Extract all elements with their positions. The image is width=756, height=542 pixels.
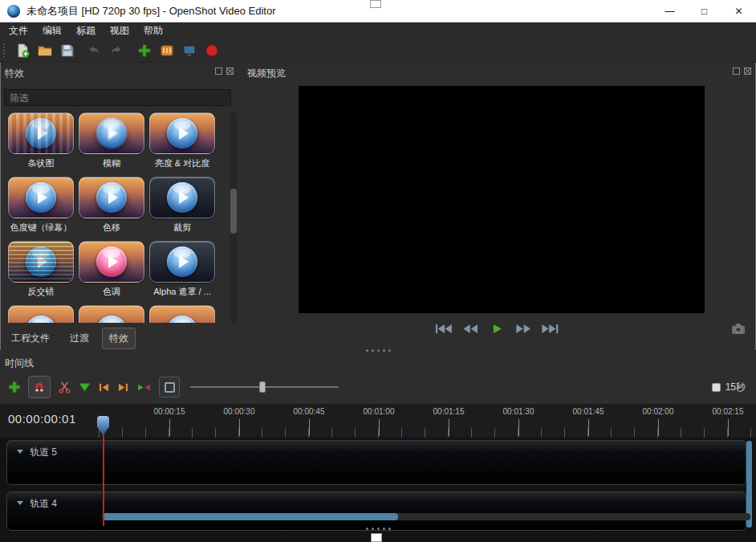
minimize-button[interactable]: — bbox=[652, 0, 687, 22]
track-row[interactable]: 轨道 4 bbox=[6, 491, 746, 531]
timeline-horizontal-scrollbar-thumb[interactable] bbox=[103, 513, 398, 520]
tab-project-files[interactable]: 工程文件 bbox=[4, 328, 57, 349]
track-row[interactable]: 轨道 5 bbox=[6, 440, 746, 485]
add-track-icon bbox=[8, 381, 21, 393]
effects-filter-input[interactable] bbox=[4, 89, 231, 106]
main-toolbar bbox=[0, 39, 756, 63]
redo-button[interactable] bbox=[106, 40, 127, 61]
snapping-toggle[interactable] bbox=[28, 376, 51, 398]
openshot-logo-icon bbox=[7, 5, 20, 18]
center-playhead-button[interactable] bbox=[136, 382, 152, 393]
effect-item-partial[interactable] bbox=[76, 305, 147, 323]
menu-file[interactable]: 文件 bbox=[2, 22, 35, 39]
play-orb-icon bbox=[167, 118, 197, 149]
track-label: 轨道 5 bbox=[30, 446, 57, 459]
tab-effects[interactable]: 特效 bbox=[102, 328, 136, 349]
effect-thumbnail bbox=[8, 305, 74, 323]
fast-forward-button[interactable] bbox=[513, 321, 534, 336]
menu-edit[interactable]: 编辑 bbox=[35, 22, 69, 39]
open-project-button[interactable] bbox=[35, 40, 55, 61]
choose-profile-button[interactable] bbox=[156, 40, 177, 61]
undock-panel-icon[interactable] bbox=[215, 67, 222, 75]
add-track-button[interactable] bbox=[8, 381, 21, 393]
zoom-scale-icon[interactable] bbox=[712, 383, 721, 392]
effects-panel-title: 特效 bbox=[5, 67, 24, 80]
effect-thumbnail bbox=[149, 305, 215, 323]
zoom-fit-icon bbox=[165, 382, 175, 393]
effect-name: 色调 bbox=[103, 286, 120, 298]
effect-thumbnail bbox=[79, 241, 144, 283]
ruler-mark: 00:00:45 bbox=[274, 407, 343, 416]
horizontal-splitter-handle[interactable] bbox=[0, 349, 756, 352]
ruler-mark: 00:00:15 bbox=[135, 407, 204, 416]
effects-grid: 条状图 模糊 亮度 & 对比度 色度键（绿幕） 色移 裁剪 bbox=[6, 112, 224, 323]
close-button[interactable]: ✕ bbox=[721, 0, 756, 22]
effect-item[interactable]: 裁剪 bbox=[147, 177, 217, 241]
undo-button[interactable] bbox=[83, 40, 104, 61]
menu-view[interactable]: 视图 bbox=[103, 22, 136, 39]
menu-title[interactable]: 标题 bbox=[69, 22, 103, 39]
camera-icon[interactable] bbox=[731, 323, 746, 335]
jump-end-button[interactable] bbox=[539, 321, 560, 336]
close-panel-icon[interactable] bbox=[744, 67, 751, 75]
new-project-button[interactable] bbox=[12, 40, 33, 61]
effect-name: 色移 bbox=[103, 222, 120, 234]
play-orb-icon bbox=[96, 182, 127, 213]
import-files-icon bbox=[137, 43, 152, 58]
next-marker-button[interactable] bbox=[117, 382, 129, 393]
export-video-button[interactable] bbox=[201, 40, 222, 61]
play-button[interactable] bbox=[486, 321, 507, 336]
effect-name: 反交错 bbox=[28, 286, 55, 298]
effect-name: 裁剪 bbox=[173, 222, 191, 234]
save-project-button[interactable] bbox=[57, 40, 78, 61]
play-orb-icon bbox=[167, 316, 197, 323]
effect-item[interactable]: 色度键（绿幕） bbox=[6, 177, 76, 241]
bottom-splitter-handle[interactable] bbox=[0, 528, 756, 530]
effect-item[interactable]: 模糊 bbox=[76, 112, 147, 177]
maximize-button[interactable]: □ bbox=[687, 0, 721, 22]
play-orb-icon bbox=[26, 247, 56, 277]
tab-transitions[interactable]: 过渡 bbox=[63, 328, 96, 349]
play-orb-icon bbox=[26, 316, 56, 323]
undock-panel-icon[interactable] bbox=[733, 67, 740, 75]
timeline-horizontal-scrollbar[interactable] bbox=[102, 513, 750, 520]
fullscreen-button[interactable] bbox=[179, 40, 200, 61]
menu-help[interactable]: 帮助 bbox=[136, 22, 170, 39]
track-collapse-icon[interactable] bbox=[17, 450, 23, 454]
effect-item[interactable]: 色调 bbox=[76, 241, 147, 305]
save-project-icon bbox=[60, 43, 75, 58]
close-panel-icon[interactable] bbox=[226, 67, 234, 75]
jump-start-button[interactable] bbox=[433, 321, 454, 336]
effect-item[interactable]: 条状图 bbox=[6, 112, 76, 177]
timeline-ruler[interactable]: 00:00:00:01 00:00:15 00:00:30 00:00:45 0… bbox=[0, 404, 756, 438]
zoom-slider[interactable] bbox=[190, 379, 339, 395]
razor-button[interactable] bbox=[58, 381, 71, 394]
effect-thumbnail bbox=[79, 305, 144, 323]
jump-start-icon bbox=[435, 324, 453, 334]
redo-icon bbox=[109, 43, 124, 58]
toolbar-handle[interactable] bbox=[3, 43, 8, 58]
zoom-slider-thumb[interactable] bbox=[259, 381, 266, 393]
menubar: 文件 编辑 标题 视图 帮助 bbox=[0, 22, 756, 39]
effect-item[interactable]: Alpha 遮罩 / ... bbox=[147, 241, 217, 305]
previous-marker-button[interactable] bbox=[98, 382, 110, 393]
rewind-button[interactable] bbox=[460, 321, 481, 336]
new-project-icon bbox=[15, 43, 30, 58]
effects-scrollbar[interactable] bbox=[230, 112, 237, 323]
effect-item[interactable]: 反交错 bbox=[6, 241, 76, 305]
timeline-panel-title: 时间线 bbox=[5, 357, 34, 370]
play-orb-icon bbox=[26, 182, 56, 213]
zoom-fit-button[interactable] bbox=[159, 377, 180, 397]
effect-item[interactable]: 亮度 & 对比度 bbox=[147, 112, 217, 177]
effect-thumbnail bbox=[8, 241, 74, 283]
add-marker-button[interactable] bbox=[79, 382, 91, 393]
effect-name: Alpha 遮罩 / ... bbox=[153, 286, 211, 298]
effect-item-partial[interactable] bbox=[6, 305, 76, 323]
effects-panel: 特效 条状图 模糊 亮度 & 对比度 色度键（绿幕） bbox=[0, 63, 238, 350]
preview-panel-title: 视频预览 bbox=[247, 67, 286, 80]
effects-scrollbar-thumb[interactable] bbox=[230, 189, 237, 234]
import-files-button[interactable] bbox=[134, 40, 155, 61]
track-collapse-icon[interactable] bbox=[17, 501, 23, 505]
effect-item-partial[interactable] bbox=[147, 305, 217, 323]
effect-item[interactable]: 色移 bbox=[76, 177, 147, 241]
